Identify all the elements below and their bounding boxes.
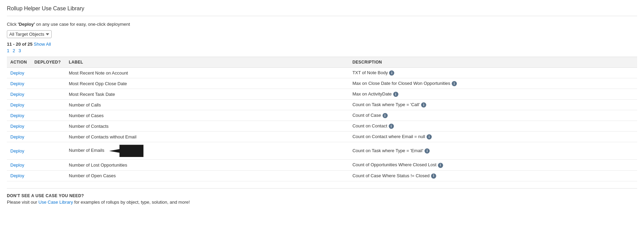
deployed-cell — [31, 68, 65, 78]
instructions-suffix: on any use case for easy, one-click depl… — [35, 22, 130, 27]
info-icon[interactable]: i — [431, 173, 436, 179]
label-cell: Most Recent Opp Close Date — [65, 78, 349, 89]
header-action: ACTION — [7, 57, 31, 68]
arrow-annotation — [109, 145, 143, 157]
info-icon[interactable]: i — [393, 92, 398, 97]
pagination-info: 11 - 20 of 25 Show All — [7, 42, 637, 47]
deploy-link[interactable]: Deploy — [10, 134, 24, 139]
table-body: DeployMost Recent Note on AccountTXT of … — [7, 68, 637, 181]
info-icon[interactable]: i — [427, 134, 432, 139]
deployed-cell — [31, 78, 65, 89]
use-case-library-link[interactable]: Use Case Library — [39, 200, 73, 205]
description-cell: Count on Contact where Email = nulli — [349, 132, 637, 142]
instructions-prefix: Click — [7, 22, 18, 27]
info-icon[interactable]: i — [421, 102, 426, 108]
label-cell: Number of Calls — [65, 100, 349, 110]
label-cell: Number of Lost Opportunities — [65, 160, 349, 170]
header-label: LABEL — [65, 57, 349, 68]
deploy-link[interactable]: Deploy — [10, 70, 24, 76]
page-1-link[interactable]: 1 — [7, 48, 9, 53]
info-icon[interactable]: i — [389, 124, 394, 129]
deployed-cell — [31, 121, 65, 132]
label-cell: Number of Emails — [65, 142, 349, 160]
header-description: DESCRIPTION — [349, 57, 637, 68]
page-title: Rollup Helper Use Case Library — [7, 5, 637, 16]
description-cell: Count on Contacti — [349, 121, 637, 132]
footer-section: DON'T SEE A USE CASE YOU NEED? Please vi… — [7, 188, 637, 205]
info-icon[interactable]: i — [438, 163, 443, 168]
deployed-cell — [31, 170, 65, 181]
deploy-link[interactable]: Deploy — [10, 102, 24, 108]
footer-suffix: for examples of rollups by object, type,… — [73, 200, 190, 205]
deploy-link[interactable]: Deploy — [10, 113, 24, 118]
info-icon[interactable]: i — [452, 81, 457, 86]
deploy-link[interactable]: Deploy — [10, 92, 24, 97]
table-row: DeployNumber of CasesCount of Casei — [7, 110, 637, 121]
description-cell: Max on Close Date for Closed Won Opportu… — [349, 78, 637, 89]
instructions-bold: 'Deploy' — [18, 22, 35, 27]
label-cell: Number of Contacts — [65, 121, 349, 132]
deployed-cell — [31, 89, 65, 100]
target-objects-select[interactable]: All Target Objects Account Contact Oppor… — [7, 30, 52, 38]
description-cell: Count of Case Where Status != Closedi — [349, 170, 637, 181]
dont-see-text: DON'T SEE A USE CASE YOU NEED? — [7, 193, 637, 198]
deploy-link[interactable]: Deploy — [10, 148, 24, 154]
page-2-link[interactable]: 2 — [13, 48, 15, 53]
action-cell: Deploy — [7, 78, 31, 89]
deployed-cell — [31, 100, 65, 110]
label-cell: Number of Cases — [65, 110, 349, 121]
action-cell: Deploy — [7, 68, 31, 78]
description-cell: Count on Task where Type = 'Email'i — [349, 142, 637, 160]
description-cell: Max on ActivityDatei — [349, 89, 637, 100]
deployed-cell — [31, 142, 65, 160]
pagination-range: 11 - 20 of 25 — [7, 42, 32, 47]
page-3-link[interactable]: 3 — [19, 48, 21, 53]
action-cell: Deploy — [7, 121, 31, 132]
table-row: DeployNumber of CallsCount on Task where… — [7, 100, 637, 110]
label-cell: Most Recent Task Date — [65, 89, 349, 100]
table-header: ACTION DEPLOYED? LABEL DESCRIPTION — [7, 57, 637, 68]
footer-visit-text: Please visit our Use Case Library for ex… — [7, 200, 637, 205]
action-cell: Deploy — [7, 170, 31, 181]
info-icon[interactable]: i — [383, 113, 388, 118]
deploy-link[interactable]: Deploy — [10, 162, 24, 168]
description-cell: Count of Opportunities Where Closed Lost… — [349, 160, 637, 170]
action-cell: Deploy — [7, 89, 31, 100]
deployed-cell — [31, 132, 65, 142]
pagination-links: 1 2 3 — [7, 48, 637, 53]
table-row: DeployNumber of ContactsCount on Contact… — [7, 121, 637, 132]
deploy-link[interactable]: Deploy — [10, 173, 24, 178]
action-cell: Deploy — [7, 100, 31, 110]
use-case-table: ACTION DEPLOYED? LABEL DESCRIPTION Deplo… — [7, 57, 637, 181]
deploy-link[interactable]: Deploy — [10, 81, 24, 86]
action-cell: Deploy — [7, 160, 31, 170]
info-icon[interactable]: i — [389, 70, 394, 76]
header-deployed: DEPLOYED? — [31, 57, 65, 68]
action-cell: Deploy — [7, 110, 31, 121]
table-header-row: ACTION DEPLOYED? LABEL DESCRIPTION — [7, 57, 637, 68]
label-cell: Most Recent Note on Account — [65, 68, 349, 78]
label-cell: Number of Contacts without Email — [65, 132, 349, 142]
description-cell: Count on Task where Type = 'Call'i — [349, 100, 637, 110]
instructions-text: Click 'Deploy' on any use case for easy,… — [7, 22, 637, 27]
deployed-cell — [31, 160, 65, 170]
footer-prefix: Please visit our — [7, 200, 39, 205]
info-icon[interactable]: i — [425, 148, 430, 154]
table-row: DeployNumber of EmailsCount on Task wher… — [7, 142, 637, 160]
deployed-cell — [31, 110, 65, 121]
label-cell: Number of Open Cases — [65, 170, 349, 181]
deploy-link[interactable]: Deploy — [10, 124, 24, 129]
table-row: DeployMost Recent Opp Close DateMax on C… — [7, 78, 637, 89]
filter-row: All Target Objects Account Contact Oppor… — [7, 30, 637, 38]
action-cell: Deploy — [7, 142, 31, 160]
table-row: DeployNumber of Contacts without EmailCo… — [7, 132, 637, 142]
description-cell: Count of Casei — [349, 110, 637, 121]
action-cell: Deploy — [7, 132, 31, 142]
description-cell: TXT of Note Bodyi — [349, 68, 637, 78]
show-all-link[interactable]: Show All — [34, 42, 51, 47]
table-row: DeployMost Recent Note on AccountTXT of … — [7, 68, 637, 78]
table-row: DeployNumber of Open CasesCount of Case … — [7, 170, 637, 181]
table-row: DeployMost Recent Task DateMax on Activi… — [7, 89, 637, 100]
table-row: DeployNumber of Lost OpportunitiesCount … — [7, 160, 637, 170]
